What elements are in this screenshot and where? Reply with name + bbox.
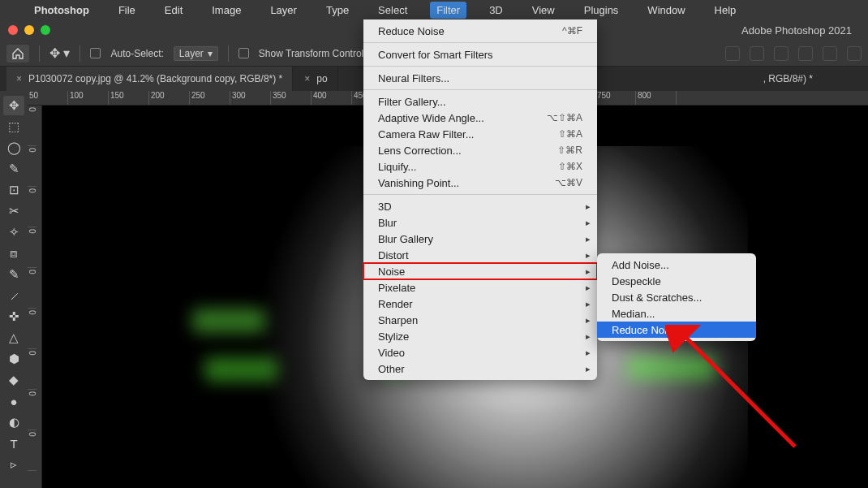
ruler-tick: 50 <box>28 91 68 105</box>
toolbox: ✥ ⬚ ◯ ✎ ⊡ ✂ ✧ ⧈ ✎ ⟋ ✜ △ ⬢ ◆ ● ◐ T ▹ <box>0 91 28 488</box>
menu-filter[interactable]: Filter <box>430 2 466 19</box>
noise-dust-scratches[interactable]: Dust & Scratches... <box>597 289 756 305</box>
menu-shortcut: ⇧⌘R <box>557 145 582 156</box>
filter-sub-render[interactable]: Render <box>363 296 597 312</box>
filter-convert-smart[interactable]: Convert for Smart Filters <box>363 46 597 63</box>
menu-app[interactable]: Photoshop <box>28 2 96 19</box>
filter-adaptive[interactable]: Adaptive Wide Angle...⌥⇧⌘A <box>363 110 597 126</box>
menu-view[interactable]: View <box>526 2 561 19</box>
menu-label: Reduce Noise... <box>612 324 687 336</box>
menu-shortcut: ^⌘F <box>562 25 582 37</box>
divider-icon <box>228 45 229 62</box>
tool-blur[interactable]: ◆ <box>3 370 24 390</box>
tool-marquee[interactable]: ⬚ <box>3 117 24 136</box>
tool-eraser[interactable]: △ <box>3 328 24 348</box>
menu-3d[interactable]: 3D <box>483 2 509 19</box>
filter-recent[interactable]: Reduce Noise ^⌘F <box>363 23 597 39</box>
menu-type[interactable]: Type <box>320 2 355 19</box>
menu-edit[interactable]: Edit <box>158 2 189 19</box>
filter-liquify[interactable]: Liquify...⇧⌘X <box>363 158 597 175</box>
tool-path[interactable]: ▹ <box>3 455 24 474</box>
filter-sub-other[interactable]: Other <box>363 361 597 377</box>
mode-icon[interactable] <box>750 46 764 61</box>
document-tab-label: po <box>316 73 327 84</box>
window-maximize-icon[interactable] <box>41 25 50 35</box>
menu-shortcut: ⌥⌘V <box>555 177 582 188</box>
mode-icon[interactable] <box>823 46 837 61</box>
tool-frame[interactable]: ✂ <box>3 201 24 221</box>
divider-icon <box>39 45 40 62</box>
filter-sub-3d[interactable]: 3D <box>363 198 597 214</box>
tool-brush[interactable]: ✎ <box>3 265 24 284</box>
menu-layer[interactable]: Layer <box>264 2 303 19</box>
filter-sub-pixelate[interactable]: Pixelate <box>363 279 597 296</box>
tool-wand[interactable]: ✎ <box>3 159 24 179</box>
ruler-tick: 0 <box>28 227 37 268</box>
filter-sub-distort[interactable]: Distort <box>363 247 597 263</box>
ruler-tick: 800 <box>636 91 677 105</box>
close-icon[interactable]: × <box>16 73 22 84</box>
show-transform-label: Show Transform Controls <box>259 48 368 59</box>
filter-sub-blurgallery[interactable]: Blur Gallery <box>363 231 597 247</box>
home-button[interactable] <box>6 45 29 63</box>
menu-label: Pixelate <box>378 282 415 294</box>
menu-label: Stylize <box>378 330 409 343</box>
noise-median[interactable]: Median... <box>597 305 756 322</box>
filter-cameraraw[interactable]: Camera Raw Filter...⇧⌘A <box>363 126 597 142</box>
mode-icon[interactable] <box>774 46 789 61</box>
menu-label: Add Noise... <box>612 259 669 271</box>
mode-icon[interactable] <box>798 46 813 61</box>
menu-file[interactable]: File <box>112 2 142 19</box>
bokeh-icon <box>626 356 715 380</box>
menu-help[interactable]: Help <box>708 2 743 19</box>
menu-label: Convert for Smart Filters <box>378 49 493 61</box>
autoselect-target-select[interactable]: Layer ▾ <box>174 46 218 61</box>
document-tab[interactable]: × P1030072 copy.jpg @ 41.2% (Background … <box>6 67 293 91</box>
show-transform-checkbox[interactable] <box>238 48 249 58</box>
noise-despeckle[interactable]: Despeckle <box>597 273 756 289</box>
filter-sub-noise[interactable]: Noise <box>363 263 597 279</box>
ruler-tick: 400 <box>312 91 352 105</box>
menu-select[interactable]: Select <box>372 2 414 19</box>
tool-lasso[interactable]: ◯ <box>3 138 24 158</box>
tool-eyedropper[interactable]: ✧ <box>3 222 24 242</box>
filter-sub-video[interactable]: Video <box>363 344 597 361</box>
filter-menu: Reduce Noise ^⌘F Convert for Smart Filte… <box>363 19 597 380</box>
filter-sub-sharpen[interactable]: Sharpen <box>363 312 597 328</box>
ruler-tick: 150 <box>109 91 149 105</box>
ruler-vertical[interactable]: 0 0 0 0 0 0 0 0 0 <box>28 106 42 488</box>
mode-icon[interactable] <box>847 46 862 61</box>
ruler-tick: 300 <box>230 91 271 105</box>
tool-crop[interactable]: ⊡ <box>3 180 24 200</box>
document-tab[interactable]: × po <box>294 67 337 91</box>
autoselect-checkbox[interactable] <box>90 48 101 58</box>
tool-history[interactable]: ✜ <box>3 307 24 326</box>
tool-stamp[interactable]: ⟋ <box>3 286 24 305</box>
options-right-group <box>725 46 862 61</box>
menu-plugins[interactable]: Plugins <box>578 2 625 19</box>
ruler-tick: 0 <box>28 268 37 309</box>
menu-label: Vanishing Point... <box>378 177 459 189</box>
window-close-icon[interactable] <box>8 25 18 35</box>
tool-heal[interactable]: ⧈ <box>3 244 24 263</box>
noise-reduce[interactable]: Reduce Noise... <box>597 322 756 338</box>
filter-sub-blur[interactable]: Blur <box>363 214 597 231</box>
filter-sub-stylize[interactable]: Stylize <box>363 328 597 344</box>
menu-window[interactable]: Window <box>641 2 691 19</box>
tool-move[interactable]: ✥ <box>3 96 24 115</box>
filter-lens[interactable]: Lens Correction...⇧⌘R <box>363 142 597 158</box>
filter-vanishing[interactable]: Vanishing Point...⌥⌘V <box>363 175 597 191</box>
tool-type[interactable]: T <box>3 434 24 453</box>
tool-dodge[interactable]: ● <box>3 391 24 411</box>
filter-gallery[interactable]: Filter Gallery... <box>363 93 597 110</box>
menu-label: Liquify... <box>378 161 416 173</box>
close-icon[interactable]: × <box>304 73 310 84</box>
move-tool-icon[interactable]: ✥ ▾ <box>49 45 70 61</box>
menu-image[interactable]: Image <box>205 2 247 19</box>
tool-pen[interactable]: ◐ <box>3 412 24 432</box>
tool-gradient[interactable]: ⬢ <box>3 349 24 369</box>
filter-neural[interactable]: Neural Filters... <box>363 70 597 86</box>
mode-icon[interactable] <box>725 46 740 61</box>
window-minimize-icon[interactable] <box>24 25 34 35</box>
noise-add[interactable]: Add Noise... <box>597 257 756 273</box>
